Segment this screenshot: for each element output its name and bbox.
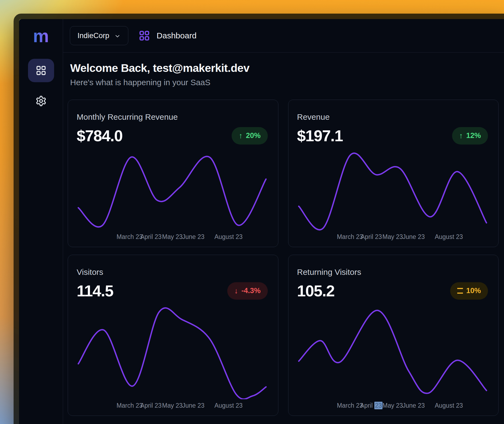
- app-window: m: [14, 14, 504, 424]
- trend-label: -4.3%: [241, 287, 261, 295]
- topbar: IndieCorp Dashboard: [63, 19, 504, 53]
- card-value-row: $197.1 ↑ 12%: [297, 127, 488, 145]
- x-axis-label: March 23: [117, 233, 143, 241]
- workspace-name: IndieCorp: [77, 32, 109, 40]
- card-value: 105.2: [297, 282, 335, 300]
- x-axis-label: March 23: [337, 402, 363, 409]
- card-value: 114.5: [77, 282, 113, 300]
- x-axis-label: April 23: [140, 233, 161, 241]
- trend-badge: ↑ 20%: [232, 127, 267, 145]
- metric-card: Returning Visitors 105.2 10% March 23Apr…: [288, 255, 499, 416]
- x-axis-label: June 23: [182, 233, 204, 241]
- card-value-row: 105.2 10%: [297, 282, 488, 300]
- x-axis-label: April 23: [360, 402, 382, 409]
- x-axis-label: March 23: [117, 402, 143, 409]
- sidebar: m: [19, 19, 63, 424]
- x-axis-label: April 23: [140, 402, 161, 409]
- line-chart: [297, 307, 488, 399]
- page-header: Dashboard: [139, 30, 197, 41]
- arrow-up-icon: ↑: [239, 132, 242, 140]
- main-area: IndieCorp Dashboard Welcome: [63, 19, 504, 424]
- makerkit-logo: m: [33, 27, 49, 46]
- chart-area: March 23April 23May 23June 23August 23: [297, 307, 488, 410]
- cards-grid: Monthly Recurring Revenue $784.0 ↑ 20% M…: [68, 100, 499, 416]
- workspace-selector-button[interactable]: IndieCorp: [70, 26, 128, 45]
- trend-badge: ↑ 12%: [452, 127, 488, 145]
- selected-text: 23: [374, 402, 382, 409]
- metric-card: Visitors 114.5 ↓ -4.3% March 23April 23M…: [68, 255, 278, 416]
- chart-area: March 23April 23May 23June 23August 23: [77, 307, 268, 410]
- x-axis-label: May 23: [382, 233, 403, 241]
- card-title: Visitors: [77, 268, 268, 277]
- arrow-up-icon: ↑: [459, 132, 463, 140]
- x-axis-label: August 23: [214, 233, 243, 241]
- trend-label: 10%: [466, 287, 481, 295]
- x-axis-label: May 23: [162, 233, 182, 241]
- x-axis-labels: March 23April 23May 23June 23August 23: [77, 402, 268, 410]
- chart-area: March 23April 23May 23June 23August 23: [77, 152, 268, 241]
- x-axis-labels: March 23April 23May 23June 23August 23: [77, 233, 268, 241]
- layout-grid-icon: [36, 65, 46, 76]
- arrow-down-icon: ↓: [234, 287, 238, 295]
- page-title: Dashboard: [157, 31, 197, 40]
- trend-label: 12%: [466, 131, 481, 140]
- x-axis-label: August 23: [214, 402, 243, 409]
- x-axis-labels: March 23April 23May 23June 23August 23: [297, 233, 488, 241]
- card-value: $197.1: [297, 127, 343, 145]
- x-axis-label: August 23: [435, 233, 463, 241]
- trend-label: 20%: [246, 131, 260, 140]
- x-axis-label: June 23: [403, 233, 425, 241]
- line-chart: [77, 152, 268, 231]
- chevron-down-icon: [114, 33, 121, 39]
- gear-icon: [35, 95, 47, 107]
- x-axis-labels: March 23April 23May 23June 23August 23: [297, 402, 488, 410]
- metric-card: Revenue $197.1 ↑ 12% March 23April 23May…: [288, 100, 499, 247]
- card-value-row: $784.0 ↑ 20%: [77, 127, 268, 145]
- welcome-block: Welcome Back, test@makerkit.dev Here's w…: [70, 62, 498, 87]
- welcome-subheading: Here's what is happening in your SaaS: [70, 78, 498, 87]
- metric-card: Monthly Recurring Revenue $784.0 ↑ 20% M…: [68, 100, 278, 247]
- equal-icon: [457, 288, 463, 294]
- app-window-content: m: [19, 19, 504, 424]
- x-axis-label: March 23: [337, 233, 363, 241]
- card-title: Returning Visitors: [297, 268, 488, 277]
- welcome-heading: Welcome Back, test@makerkit.dev: [70, 62, 498, 75]
- sidebar-item-dashboard[interactable]: [28, 59, 54, 82]
- card-value: $784.0: [77, 127, 122, 145]
- line-chart: [297, 152, 488, 231]
- card-value-row: 114.5 ↓ -4.3%: [77, 282, 268, 300]
- card-title: Revenue: [297, 112, 488, 122]
- x-axis-label: May 23: [382, 402, 403, 409]
- chart-area: March 23April 23May 23June 23August 23: [297, 152, 488, 241]
- x-axis-label: June 23: [182, 402, 204, 409]
- x-axis-label: May 23: [162, 402, 182, 409]
- line-chart: [77, 307, 268, 399]
- x-axis-label: June 23: [403, 402, 425, 409]
- x-axis-label: April 23: [361, 233, 382, 241]
- sidebar-item-settings[interactable]: [28, 89, 54, 113]
- card-title: Monthly Recurring Revenue: [77, 112, 268, 122]
- trend-badge: 10%: [450, 282, 488, 300]
- trend-badge: ↓ -4.3%: [227, 282, 268, 300]
- layout-grid-icon: [139, 30, 150, 41]
- x-axis-label: August 23: [435, 402, 463, 409]
